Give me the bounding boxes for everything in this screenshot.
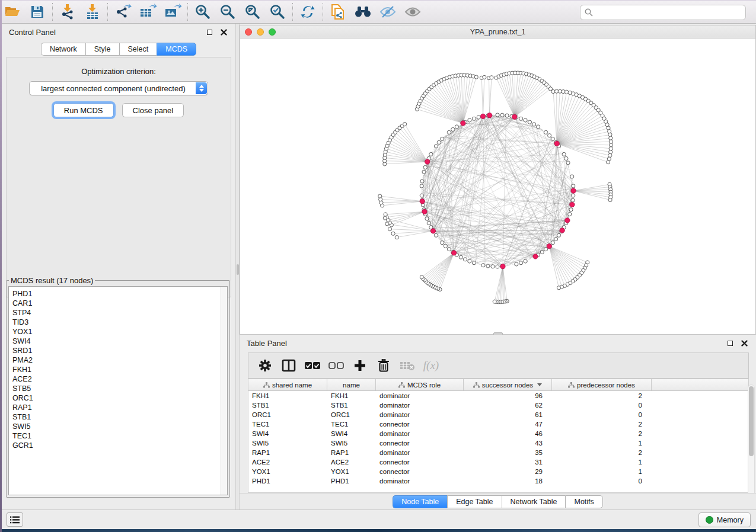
search-input[interactable] bbox=[596, 7, 745, 18]
zoom-out-button[interactable] bbox=[215, 1, 240, 23]
result-node[interactable]: RAP1 bbox=[12, 403, 227, 412]
cell-predecessor-nodes: 1 bbox=[552, 440, 652, 447]
table-row[interactable]: FKH1FKH1dominator962 bbox=[248, 391, 748, 400]
dropdown-stepper-icon bbox=[196, 82, 207, 94]
result-node[interactable]: STP4 bbox=[12, 308, 227, 318]
cell-name: ACE2 bbox=[327, 459, 376, 466]
column-header-MCDS-role[interactable]: MCDS role bbox=[376, 379, 464, 390]
splitter-handle[interactable] bbox=[237, 264, 239, 275]
zoom-in-icon bbox=[194, 4, 211, 20]
table-row[interactable]: TEC1TEC1connector472 bbox=[248, 419, 748, 429]
toolbar-separator bbox=[323, 3, 323, 21]
result-node[interactable]: SWI4 bbox=[12, 336, 227, 346]
import-network-button[interactable] bbox=[55, 1, 80, 23]
run-mcds-button[interactable]: Run MCDS bbox=[53, 103, 114, 117]
table-tab-node-table[interactable]: Node Table bbox=[393, 495, 447, 508]
function-builder-button[interactable]: f(x) bbox=[420, 355, 442, 376]
result-list-scrollbar[interactable] bbox=[221, 287, 227, 495]
deselect-all-columns-button[interactable] bbox=[326, 355, 347, 376]
table-row[interactable]: ORC1ORC1dominator610 bbox=[248, 410, 748, 419]
cell-MCDS-role: connector bbox=[376, 421, 464, 428]
table-row[interactable]: ACE2ACE2connector311 bbox=[248, 457, 748, 467]
zoom-fit-button[interactable] bbox=[240, 1, 265, 23]
application-window: Control Panel NetworkStyleSelectMCDS Opt… bbox=[0, 0, 756, 532]
table-panel: Table Panel bbox=[240, 335, 756, 509]
column-layout-button[interactable] bbox=[278, 355, 299, 376]
cell-predecessor-nodes: 1 bbox=[552, 468, 652, 475]
optimization-criterion-dropdown[interactable]: largest connected component (undirected) bbox=[29, 81, 208, 95]
table-settings-button[interactable] bbox=[254, 355, 276, 376]
network-titlebar: YPA_prune.txt_1 bbox=[240, 25, 755, 39]
table-row[interactable]: STB1STB1dominator620 bbox=[248, 400, 748, 410]
table-row[interactable]: PHD1PHD1dominator180 bbox=[248, 476, 748, 486]
export-image-button[interactable] bbox=[160, 1, 185, 23]
refresh-layout-button[interactable] bbox=[295, 1, 320, 23]
select-all-columns-button[interactable] bbox=[302, 355, 323, 376]
mcds-result-list[interactable]: PHD1CAR1STP4TID3YOX1SWI4SRD1PMA2FKH1ACE2… bbox=[8, 286, 228, 495]
main-toolbar bbox=[0, 0, 756, 24]
result-node[interactable]: YOX1 bbox=[12, 327, 227, 336]
table-scrollbar[interactable] bbox=[748, 384, 755, 503]
result-node[interactable]: STB1 bbox=[12, 412, 227, 422]
zoom-in-button[interactable] bbox=[190, 1, 215, 23]
table-scrollbar-thumb[interactable] bbox=[749, 386, 754, 456]
result-node[interactable]: GCR1 bbox=[12, 441, 227, 450]
vertical-splitter[interactable] bbox=[235, 24, 240, 509]
network-canvas[interactable] bbox=[240, 39, 755, 334]
float-table-panel-button[interactable] bbox=[725, 338, 735, 348]
save-session-button[interactable] bbox=[25, 1, 50, 23]
close-table-panel-button[interactable] bbox=[739, 338, 749, 348]
result-node[interactable]: PMA2 bbox=[12, 355, 227, 365]
export-network-button[interactable] bbox=[110, 1, 135, 23]
close-panel-button[interactable] bbox=[219, 27, 228, 37]
export-image-icon bbox=[164, 4, 181, 20]
result-node[interactable]: FKH1 bbox=[12, 365, 227, 374]
table-row[interactable]: RAP1RAP1dominator352 bbox=[248, 448, 748, 457]
table-tab-edge-table[interactable]: Edge Table bbox=[447, 495, 501, 508]
column-header-shared-name[interactable]: shared name bbox=[248, 379, 327, 390]
tab-select[interactable]: Select bbox=[119, 43, 157, 56]
tab-style[interactable]: Style bbox=[85, 43, 119, 56]
hide-selected-button[interactable] bbox=[375, 1, 400, 23]
result-node[interactable]: SRD1 bbox=[12, 346, 227, 355]
table-tab-motifs[interactable]: Motifs bbox=[565, 495, 602, 508]
zoom-selected-button[interactable] bbox=[265, 1, 290, 23]
memory-button[interactable]: Memory bbox=[698, 512, 751, 527]
result-node[interactable]: PHD1 bbox=[12, 289, 227, 299]
cell-name: RAP1 bbox=[327, 449, 376, 456]
result-node[interactable]: STB5 bbox=[12, 384, 227, 393]
result-node[interactable]: SWI5 bbox=[12, 422, 227, 431]
tab-network[interactable]: Network bbox=[41, 43, 85, 56]
cell-MCDS-role: connector bbox=[376, 440, 464, 447]
float-window-icon bbox=[728, 341, 733, 346]
show-all-button[interactable] bbox=[400, 1, 425, 23]
cell-MCDS-role: dominator bbox=[376, 411, 464, 418]
import-table-button[interactable] bbox=[80, 1, 105, 23]
dropdown-value: largest connected component (undirected) bbox=[30, 84, 208, 93]
network-document-icon bbox=[330, 4, 346, 20]
export-table-button[interactable] bbox=[135, 1, 160, 23]
result-node[interactable]: ACE2 bbox=[12, 374, 227, 384]
add-column-button[interactable] bbox=[349, 355, 371, 376]
column-header-name[interactable]: name bbox=[327, 379, 376, 390]
delete-column-button[interactable] bbox=[373, 355, 394, 376]
network-file-button[interactable] bbox=[326, 1, 350, 23]
show-panels-button[interactable] bbox=[7, 512, 23, 527]
column-header-predecessor-nodes[interactable]: predecessor nodes bbox=[552, 379, 652, 390]
table-row[interactable]: YOX1YOX1connector291 bbox=[248, 467, 748, 476]
float-panel-button[interactable] bbox=[205, 27, 214, 37]
tab-mcds[interactable]: MCDS bbox=[157, 43, 196, 56]
result-node[interactable]: TID3 bbox=[12, 318, 227, 327]
result-node[interactable]: TEC1 bbox=[12, 431, 227, 441]
table-row[interactable]: SWI5SWI5connector431 bbox=[248, 438, 748, 448]
close-panel-button-mcds[interactable]: Close panel bbox=[122, 103, 184, 117]
result-node[interactable]: CAR1 bbox=[12, 299, 227, 308]
result-node[interactable]: ORC1 bbox=[12, 393, 227, 403]
table-tab-network-table[interactable]: Network Table bbox=[502, 495, 566, 508]
search-network-button[interactable] bbox=[350, 1, 375, 23]
delete-table-button[interactable] bbox=[397, 355, 418, 376]
open-file-button[interactable] bbox=[0, 1, 25, 23]
table-row[interactable]: SWI4SWI4dominator462 bbox=[248, 429, 748, 438]
column-header-successor-nodes[interactable]: successor nodes bbox=[464, 379, 552, 390]
close-icon bbox=[221, 29, 227, 36]
